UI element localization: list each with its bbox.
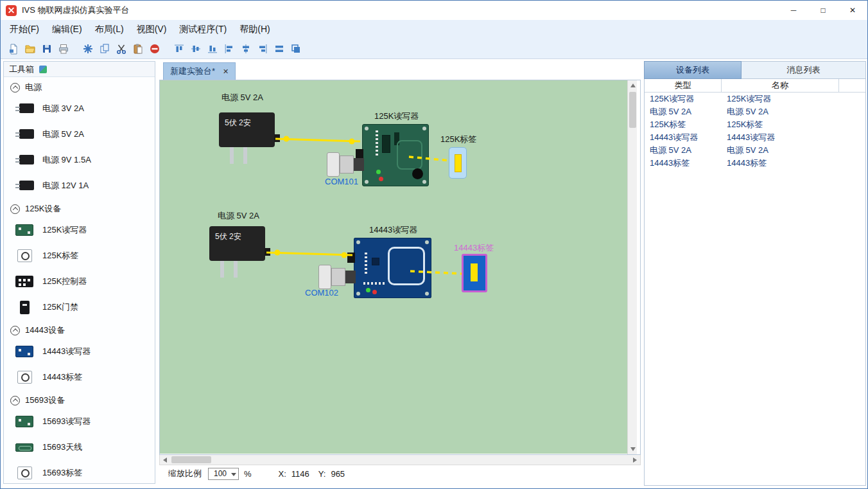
table-row[interactable]: 14443标签 14443标签 xyxy=(645,157,865,170)
toolbox-section-125k[interactable]: 125K设备 xyxy=(4,200,155,217)
collapse-icon[interactable] xyxy=(10,396,20,405)
adapter-prong xyxy=(234,261,238,278)
horizontal-scrollbar[interactable] xyxy=(159,455,641,465)
table-row[interactable]: 125K标签 125K标签 xyxy=(645,118,865,131)
toolbox-item-power-9v[interactable]: 电源 9V 1.5A xyxy=(4,147,155,173)
adapter-body: 5伏 2安 xyxy=(219,112,275,147)
toolbox-header: 工具箱 xyxy=(4,62,155,77)
device-power-adapter-1[interactable]: 5伏 2安 xyxy=(219,112,275,165)
align-top-icon[interactable] xyxy=(173,42,186,55)
toolbox-title: 工具箱 xyxy=(9,64,34,75)
toolbox-item-15693-tag[interactable]: 15693标签 xyxy=(4,460,155,484)
menu-bar: 开始(F) 编辑(E) 布局(L) 视图(V) 测试程序(T) 帮助(H) xyxy=(1,20,867,39)
pin-header xyxy=(363,282,385,285)
minimize-button[interactable]: ─ xyxy=(779,1,808,20)
toolbox-item-125k-tag[interactable]: 125K标签 xyxy=(4,243,155,269)
device-14443-tag[interactable] xyxy=(462,254,487,292)
toolbox-item-125k-controller[interactable]: 125K控制器 xyxy=(4,269,155,294)
pcb-green-icon xyxy=(14,416,35,427)
print-icon[interactable] xyxy=(57,42,70,55)
cut-icon[interactable] xyxy=(115,42,128,55)
com-connector-2[interactable] xyxy=(318,265,356,289)
adapter-cable-nub xyxy=(274,134,280,142)
menu-view[interactable]: 视图(V) xyxy=(130,21,173,39)
design-canvas[interactable]: 电源 5V 2A 125K读写器 125K标签 COM101 电源 5V 2A … xyxy=(160,80,627,454)
tab-close-icon[interactable]: ✕ xyxy=(223,67,229,76)
canvas-label-14443-reader: 14443读写器 xyxy=(369,224,417,236)
menu-start[interactable]: 开始(F) xyxy=(3,21,46,39)
scroll-up-icon[interactable] xyxy=(630,84,636,87)
device-125k-tag[interactable] xyxy=(449,147,467,179)
com-connector-1[interactable] xyxy=(327,152,364,177)
device-14443-reader[interactable] xyxy=(354,238,431,298)
collapse-icon[interactable] xyxy=(10,204,20,214)
collapse-icon[interactable] xyxy=(10,326,20,335)
menu-edit[interactable]: 编辑(E) xyxy=(46,21,89,39)
toolbox-item-15693-antenna[interactable]: 15693天线 xyxy=(4,434,155,460)
right-panel-tabs: 设备列表 消息列表 xyxy=(644,61,866,79)
toolbox-item-power-3v[interactable]: 电源 3V 2A xyxy=(4,96,155,121)
horizontal-scrollbar-thumb[interactable] xyxy=(171,456,211,463)
toolbox-item-power-12v[interactable]: 电源 12V 1A xyxy=(4,173,155,199)
toolbar xyxy=(1,39,867,59)
toolbox-item-power-5v[interactable]: 电源 5V 2A xyxy=(4,121,155,147)
right-panel: 设备列表 消息列表 类型 名称 125K读写器 125K读写器 电源 5V 2A… xyxy=(644,61,866,486)
scroll-right-icon[interactable] xyxy=(633,458,637,463)
save-icon[interactable] xyxy=(40,42,53,55)
disable-icon[interactable] xyxy=(148,42,161,55)
table-row[interactable]: 14443读写器 14443读写器 xyxy=(645,131,865,144)
led-green xyxy=(376,170,381,174)
same-size-icon[interactable] xyxy=(290,42,302,55)
device-power-adapter-2[interactable]: 5伏 2安 xyxy=(209,226,265,279)
collapse-icon[interactable] xyxy=(10,83,20,93)
table-row[interactable]: 125K读写器 125K读写器 xyxy=(645,93,865,105)
y-value: 965 xyxy=(331,469,345,479)
antenna-coil xyxy=(388,247,425,285)
percent-label: % xyxy=(244,469,252,479)
ic-chip xyxy=(372,258,379,265)
scroll-left-icon[interactable] xyxy=(163,458,167,463)
toolbox-item-14443-tag[interactable]: 14443标签 xyxy=(4,364,155,390)
new-file-icon[interactable] xyxy=(7,42,20,55)
menu-help[interactable]: 帮助(H) xyxy=(233,21,276,39)
align-center-icon[interactable] xyxy=(239,42,252,55)
same-width-icon[interactable] xyxy=(273,42,286,55)
device-125k-reader[interactable] xyxy=(362,124,429,186)
maximize-button[interactable]: □ xyxy=(808,1,838,20)
table-header: 类型 名称 xyxy=(645,79,865,93)
door-access-icon xyxy=(14,301,35,314)
vertical-scrollbar[interactable] xyxy=(627,80,637,454)
table-row[interactable]: 电源 5V 2A 电源 5V 2A xyxy=(645,105,865,118)
close-button[interactable]: ✕ xyxy=(838,1,867,20)
scroll-down-icon[interactable] xyxy=(630,447,636,451)
toolbox-item-125k-reader[interactable]: 125K读写器 xyxy=(4,217,155,243)
toolbox-section-15693[interactable]: 15693设备 xyxy=(4,392,155,409)
align-bottom-icon[interactable] xyxy=(206,42,219,55)
vertical-scrollbar-thumb[interactable] xyxy=(629,92,636,128)
menu-test-program[interactable]: 测试程序(T) xyxy=(173,21,233,39)
menu-layout[interactable]: 布局(L) xyxy=(89,21,130,39)
pin-header xyxy=(365,253,367,274)
align-middle-icon[interactable] xyxy=(189,42,202,55)
toolbox-item-15693-reader[interactable]: 15693读写器 xyxy=(4,409,155,434)
led-green xyxy=(366,288,370,292)
tab-new-workbench[interactable]: 新建实验台* ✕ xyxy=(163,62,236,80)
align-left-icon[interactable] xyxy=(223,42,236,55)
toolbox-item-14443-reader[interactable]: 14443读写器 xyxy=(4,339,155,364)
paste-icon[interactable] xyxy=(132,42,144,55)
column-header-name[interactable]: 名称 xyxy=(722,79,839,92)
toolbox-section-power[interactable]: 电源 xyxy=(4,79,155,96)
adapter-prong xyxy=(220,261,224,278)
chevron-down-icon[interactable] xyxy=(231,473,236,476)
column-header-type[interactable]: 类型 xyxy=(645,79,722,92)
tab-device-list[interactable]: 设备列表 xyxy=(644,61,742,79)
table-row[interactable]: 电源 5V 2A 电源 5V 2A xyxy=(645,144,865,157)
open-folder-icon[interactable] xyxy=(24,42,37,55)
tools-icon[interactable] xyxy=(82,42,94,55)
zoom-select[interactable]: 100 xyxy=(208,468,239,480)
tab-message-list[interactable]: 消息列表 xyxy=(742,61,866,79)
toolbox-item-125k-door[interactable]: 125K门禁 xyxy=(4,294,155,320)
align-right-icon[interactable] xyxy=(256,42,269,55)
toolbox-section-14443[interactable]: 14443设备 xyxy=(4,322,155,339)
copy-icon[interactable] xyxy=(98,42,111,55)
